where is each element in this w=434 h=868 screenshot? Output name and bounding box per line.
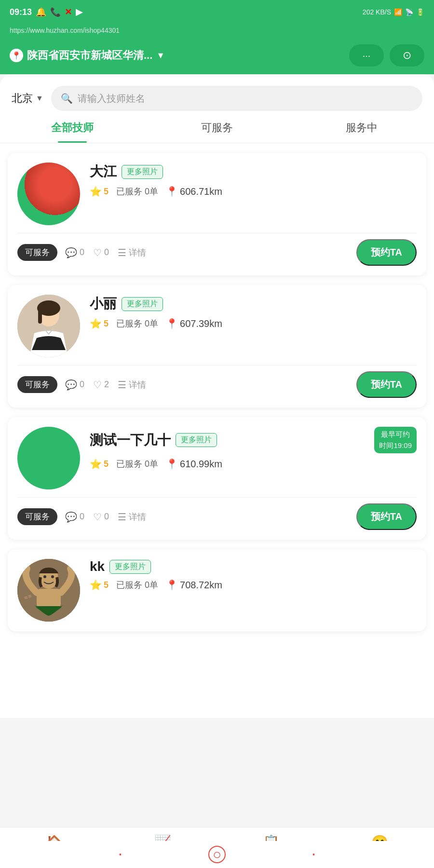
card-info-dajian: 大江 更多照片 ⭐ 5 已服务 0单 📍 606.71km bbox=[90, 163, 417, 199]
name-row-xiaoli: 小丽 更多照片 bbox=[90, 295, 417, 313]
star-icon-kk: ⭐ bbox=[90, 579, 102, 591]
book-button-dajian[interactable]: 预约TA bbox=[356, 239, 417, 266]
stats-row-test: ⭐ 5 已服务 0单 📍 610.99km bbox=[90, 458, 417, 470]
star-count-kk: 5 bbox=[104, 580, 108, 590]
book-button-test[interactable]: 预约TA bbox=[356, 503, 417, 530]
pin-icon-test: 📍 bbox=[166, 458, 178, 470]
like-count-dajian: 0 bbox=[104, 247, 109, 258]
url-bar: https://www.huzhan.com/ishop44301 bbox=[0, 24, 434, 39]
distance-kk: 708.72km bbox=[180, 580, 222, 591]
avatar-wrap-xiaoli bbox=[17, 295, 80, 357]
scan-icon: ⊙ bbox=[403, 49, 411, 62]
interaction-row-xiaoli: 💬 0 ♡ 2 ☰ 详情 bbox=[65, 379, 356, 391]
notification-icon: 🔔 bbox=[36, 7, 46, 17]
more-options-button[interactable]: ··· bbox=[349, 44, 384, 67]
status-bar: 09:13 🔔 📞 ✕ ▶ 202 KB/S 📶 📡 🔋 bbox=[0, 0, 434, 24]
detail-dajian[interactable]: ☰ 详情 bbox=[118, 247, 146, 258]
battery-icon: 🔋 bbox=[416, 8, 424, 16]
card-bottom-test: 可服务 💬 0 ♡ 0 ☰ 详情 预约TA bbox=[17, 497, 417, 530]
network-speed: 202 KB/S bbox=[363, 8, 391, 16]
svg-point-8 bbox=[51, 575, 54, 578]
technician-card-test: 测试一下几十 更多照片 最早可约 时间19:09 ⭐ 5 已服务 0单 bbox=[8, 417, 426, 540]
star-icon-dajian: ⭐ bbox=[90, 186, 102, 197]
avatar-wrap-kk: ≋≋ bbox=[17, 559, 80, 622]
name-row-kk: kk 更多照片 bbox=[90, 559, 417, 574]
status-time: 09:13 bbox=[10, 7, 32, 17]
scan-button[interactable]: ⊙ bbox=[390, 44, 424, 67]
likes-xiaoli: ♡ 2 bbox=[93, 379, 109, 391]
nav-right-buttons: ··· ⊙ bbox=[349, 44, 424, 67]
more-photos-button-kk[interactable]: 更多照片 bbox=[109, 560, 151, 574]
name-row-dajian: 大江 更多照片 bbox=[90, 163, 417, 181]
svg-rect-6 bbox=[37, 589, 61, 608]
interaction-row-test: 💬 0 ♡ 0 ☰ 详情 bbox=[65, 511, 356, 523]
status-tag-dajian: 可服务 bbox=[17, 244, 57, 261]
card-bottom-xiaoli: 可服务 💬 0 ♡ 2 ☰ 详情 预约TA bbox=[17, 365, 417, 398]
card-info-xiaoli: 小丽 更多照片 ⭐ 5 已服务 0单 📍 607.39km bbox=[90, 295, 417, 331]
city-selector[interactable]: 北京 ▼ bbox=[12, 91, 43, 106]
search-box[interactable]: 🔍 请输入技师姓名 bbox=[51, 86, 422, 111]
heart-icon-dajian: ♡ bbox=[93, 247, 102, 258]
likes-dajian: ♡ 0 bbox=[93, 247, 109, 258]
search-input[interactable]: 请输入技师姓名 bbox=[78, 92, 145, 105]
name-row-test: 测试一下几十 更多照片 最早可约 时间19:09 bbox=[90, 427, 417, 453]
signal-icon: 📡 bbox=[405, 8, 413, 16]
detail-label-dajian: 详情 bbox=[129, 247, 146, 258]
star-group-kk: ⭐ 5 bbox=[90, 579, 108, 591]
technician-list: 大江 更多照片 ⭐ 5 已服务 0单 📍 606.71km bbox=[0, 153, 434, 631]
heart-icon-test: ♡ bbox=[93, 511, 102, 523]
card-info-test: 测试一下几十 更多照片 最早可约 时间19:09 ⭐ 5 已服务 0单 bbox=[90, 427, 417, 472]
card-bottom-dajian: 可服务 💬 0 ♡ 0 ☰ 详情 预约TA bbox=[17, 233, 417, 266]
more-photos-button-dajian[interactable]: 更多照片 bbox=[122, 165, 163, 179]
avatar-wrap-test bbox=[17, 427, 80, 489]
detail-icon-xiaoli: ☰ bbox=[118, 379, 126, 391]
more-photos-button-xiaoli[interactable]: 更多照片 bbox=[122, 297, 163, 311]
avatar-wrap-dajian bbox=[17, 163, 80, 225]
tech-name-xiaoli: 小丽 bbox=[90, 295, 117, 313]
location-group-test: 📍 610.99km bbox=[166, 458, 222, 470]
location-group-kk: 📍 708.72km bbox=[166, 579, 222, 591]
pin-icon-xiaoli: 📍 bbox=[166, 318, 178, 329]
location-group-xiaoli: 📍 607.39km bbox=[166, 318, 222, 329]
city-label: 北京 bbox=[12, 91, 33, 106]
detail-icon-test: ☰ bbox=[118, 511, 126, 523]
card-top-dajian: 大江 更多照片 ⭐ 5 已服务 0单 📍 606.71km bbox=[17, 163, 417, 225]
location-dropdown-icon: ▼ bbox=[156, 51, 165, 61]
city-dropdown-icon: ▼ bbox=[36, 94, 43, 103]
search-row: 北京 ▼ 🔍 请输入技师姓名 bbox=[0, 74, 434, 111]
served-text-dajian: 已服务 0单 bbox=[116, 186, 158, 197]
book-button-xiaoli[interactable]: 预约TA bbox=[356, 371, 417, 398]
avatar-test bbox=[17, 427, 80, 489]
pin-icon-dajian: 📍 bbox=[166, 186, 178, 197]
distance-dajian: 606.71km bbox=[180, 186, 222, 197]
avatar-xiaoli bbox=[17, 295, 80, 357]
technician-card-kk: ≋≋ kk 更多照片 ⭐ 5 已服务 0单 bbox=[8, 549, 426, 631]
tab-available[interactable]: 可服务 bbox=[145, 121, 289, 143]
fitness-icon: ✕ bbox=[65, 7, 72, 17]
distance-test: 610.99km bbox=[180, 459, 222, 470]
android-home-circle[interactable]: ○ bbox=[208, 846, 226, 863]
comment-count-test: 0 bbox=[80, 512, 84, 522]
avatar-image-test bbox=[17, 427, 80, 489]
heart-icon-xiaoli: ♡ bbox=[93, 379, 102, 391]
detail-xiaoli[interactable]: ☰ 详情 bbox=[118, 379, 146, 391]
tab-in-service[interactable]: 服务中 bbox=[289, 121, 434, 143]
tab-bar: 全部技师 可服务 服务中 bbox=[0, 111, 434, 143]
pin-icon-kk: 📍 bbox=[166, 579, 178, 591]
search-icon: 🔍 bbox=[61, 93, 73, 104]
tech-name-kk: kk bbox=[90, 559, 105, 574]
star-group-xiaoli: ⭐ 5 bbox=[90, 318, 108, 329]
location-group-dajian: 📍 606.71km bbox=[166, 186, 222, 197]
detail-test[interactable]: ☰ 详情 bbox=[118, 511, 146, 523]
tab-all-technicians[interactable]: 全部技师 bbox=[0, 121, 145, 143]
top-nav: 📍 陕西省西安市新城区华清... ▼ ··· ⊙ bbox=[0, 39, 434, 74]
card-top-kk: ≋≋ kk 更多照片 ⭐ 5 已服务 0单 bbox=[17, 559, 417, 622]
android-nav-bar: • ○ • bbox=[0, 841, 434, 868]
avatar-image-kk: ≋≋ bbox=[17, 559, 80, 622]
location-button[interactable]: 📍 陕西省西安市新城区华清... ▼ bbox=[10, 48, 165, 63]
detail-label-test: 详情 bbox=[129, 511, 146, 523]
more-photos-button-test[interactable]: 更多照片 bbox=[176, 433, 217, 447]
detail-label-xiaoli: 详情 bbox=[129, 379, 146, 391]
interaction-row-dajian: 💬 0 ♡ 0 ☰ 详情 bbox=[65, 247, 356, 258]
url-text: https://www.huzhan.com/ishop44301 bbox=[10, 27, 120, 34]
